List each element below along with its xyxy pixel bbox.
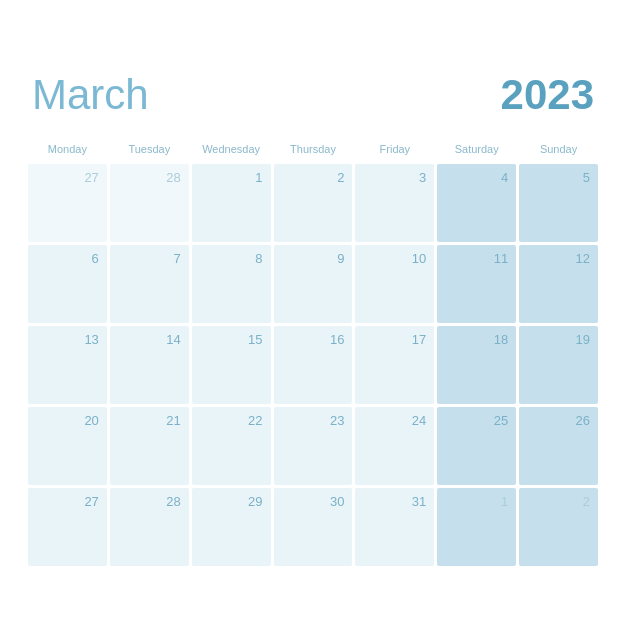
- table-row[interactable]: 13: [28, 326, 107, 404]
- table-row[interactable]: 11: [437, 245, 516, 323]
- calendar-year: 2023: [501, 71, 594, 119]
- weekday-header-sunday: Sunday: [519, 137, 598, 161]
- table-row[interactable]: 27: [28, 488, 107, 566]
- calendar-grid: Monday Tuesday Wednesday Thursday Friday…: [28, 137, 598, 566]
- table-row[interactable]: 24: [355, 407, 434, 485]
- weekday-header-saturday: Saturday: [437, 137, 516, 161]
- table-row[interactable]: 30: [274, 488, 353, 566]
- weekday-header-monday: Monday: [28, 137, 107, 161]
- weekday-header-thursday: Thursday: [274, 137, 353, 161]
- table-row[interactable]: 17: [355, 326, 434, 404]
- table-row[interactable]: 19: [519, 326, 598, 404]
- table-row[interactable]: 22: [192, 407, 271, 485]
- calendar-month: March: [32, 71, 149, 119]
- table-row[interactable]: 9: [274, 245, 353, 323]
- table-row[interactable]: 15: [192, 326, 271, 404]
- table-row[interactable]: 26: [519, 407, 598, 485]
- weekday-header-wednesday: Wednesday: [192, 137, 271, 161]
- table-row[interactable]: 3: [355, 164, 434, 242]
- calendar-header: March 2023: [28, 71, 598, 119]
- table-row[interactable]: 7: [110, 245, 189, 323]
- weekday-header-friday: Friday: [355, 137, 434, 161]
- table-row[interactable]: 29: [192, 488, 271, 566]
- weekday-header-tuesday: Tuesday: [110, 137, 189, 161]
- table-row[interactable]: 25: [437, 407, 516, 485]
- table-row[interactable]: 2: [274, 164, 353, 242]
- table-row[interactable]: 23: [274, 407, 353, 485]
- table-row[interactable]: 14: [110, 326, 189, 404]
- table-row[interactable]: 28: [110, 164, 189, 242]
- table-row[interactable]: 10: [355, 245, 434, 323]
- calendar: March 2023 Monday Tuesday Wednesday Thur…: [18, 51, 608, 576]
- table-row[interactable]: 28: [110, 488, 189, 566]
- table-row[interactable]: 27: [28, 164, 107, 242]
- table-row[interactable]: 16: [274, 326, 353, 404]
- table-row[interactable]: 8: [192, 245, 271, 323]
- table-row[interactable]: 12: [519, 245, 598, 323]
- table-row[interactable]: 31: [355, 488, 434, 566]
- table-row[interactable]: 1: [192, 164, 271, 242]
- table-row[interactable]: 6: [28, 245, 107, 323]
- table-row[interactable]: 21: [110, 407, 189, 485]
- table-row[interactable]: 5: [519, 164, 598, 242]
- table-row[interactable]: 2: [519, 488, 598, 566]
- table-row[interactable]: 18: [437, 326, 516, 404]
- table-row[interactable]: 20: [28, 407, 107, 485]
- table-row[interactable]: 4: [437, 164, 516, 242]
- table-row[interactable]: 1: [437, 488, 516, 566]
